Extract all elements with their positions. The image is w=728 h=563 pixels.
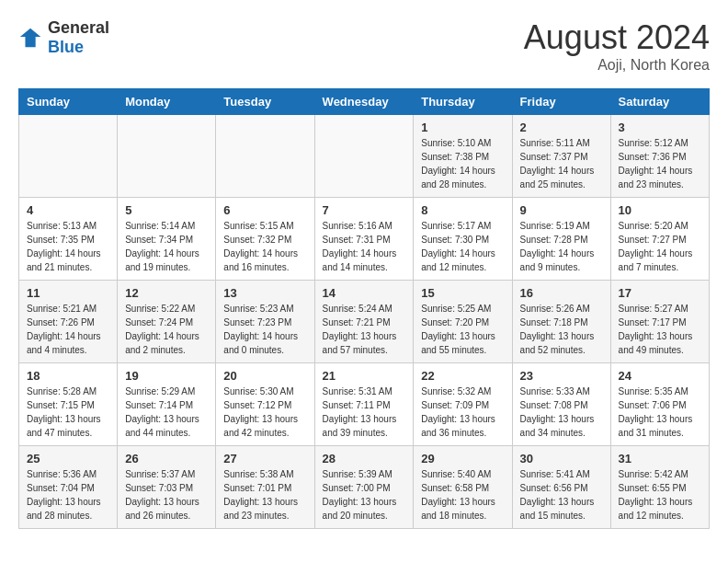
day-number: 1 <box>421 121 504 134</box>
calendar-cell: 16Sunrise: 5:26 AM Sunset: 7:18 PM Dayli… <box>512 281 610 363</box>
day-number: 20 <box>223 369 306 383</box>
day-number: 26 <box>125 452 208 465</box>
page-header: General Blue August 2024 Aoji, North Kor… <box>18 18 710 74</box>
day-number: 23 <box>520 369 603 383</box>
logo-general: General <box>48 18 109 37</box>
day-info: Sunrise: 5:20 AM Sunset: 7:27 PM Dayligh… <box>619 219 701 274</box>
day-info: Sunrise: 5:41 AM Sunset: 6:56 PM Dayligh… <box>520 467 603 523</box>
day-info: Sunrise: 5:38 AM Sunset: 7:01 PM Dayligh… <box>223 467 306 523</box>
day-info: Sunrise: 5:14 AM Sunset: 7:34 PM Dayligh… <box>125 219 208 274</box>
day-info: Sunrise: 5:10 AM Sunset: 7:38 PM Dayligh… <box>421 136 504 191</box>
calendar-week-row: 18Sunrise: 5:28 AM Sunset: 7:15 PM Dayli… <box>19 363 710 446</box>
calendar-table: SundayMondayTuesdayWednesdayThursdayFrid… <box>18 88 710 529</box>
day-number: 14 <box>323 286 406 300</box>
day-number: 3 <box>619 121 701 134</box>
day-number: 19 <box>125 369 208 383</box>
day-number: 24 <box>619 369 701 383</box>
day-info: Sunrise: 5:36 AM Sunset: 7:04 PM Dayligh… <box>27 467 109 523</box>
title-section: August 2024 Aoji, North Korea <box>524 18 710 74</box>
weekday-header-friday: Friday <box>512 89 610 115</box>
calendar-cell: 12Sunrise: 5:22 AM Sunset: 7:24 PM Dayli… <box>118 281 216 363</box>
svg-marker-0 <box>20 29 40 48</box>
calendar-cell: 7Sunrise: 5:16 AM Sunset: 7:31 PM Daylig… <box>314 198 414 281</box>
logo-blue: Blue <box>48 38 84 56</box>
calendar-cell: 23Sunrise: 5:33 AM Sunset: 7:08 PM Dayli… <box>512 363 610 446</box>
logo-icon <box>18 25 44 51</box>
day-info: Sunrise: 5:25 AM Sunset: 7:20 PM Dayligh… <box>421 302 504 357</box>
calendar-cell: 8Sunrise: 5:17 AM Sunset: 7:30 PM Daylig… <box>414 198 512 281</box>
day-number: 2 <box>520 121 603 134</box>
calendar-week-row: 1Sunrise: 5:10 AM Sunset: 7:38 PM Daylig… <box>19 115 710 198</box>
month-year-title: August 2024 <box>524 18 710 57</box>
calendar-cell: 30Sunrise: 5:41 AM Sunset: 6:56 PM Dayli… <box>512 446 610 529</box>
calendar-cell: 28Sunrise: 5:39 AM Sunset: 7:00 PM Dayli… <box>314 446 414 529</box>
day-info: Sunrise: 5:31 AM Sunset: 7:11 PM Dayligh… <box>323 385 406 440</box>
calendar-cell: 29Sunrise: 5:40 AM Sunset: 6:58 PM Dayli… <box>414 446 512 529</box>
day-number: 16 <box>520 286 603 300</box>
day-number: 28 <box>323 452 406 465</box>
calendar-cell: 11Sunrise: 5:21 AM Sunset: 7:26 PM Dayli… <box>19 281 118 363</box>
day-info: Sunrise: 5:28 AM Sunset: 7:15 PM Dayligh… <box>27 385 109 440</box>
calendar-week-row: 4Sunrise: 5:13 AM Sunset: 7:35 PM Daylig… <box>19 198 710 281</box>
day-info: Sunrise: 5:32 AM Sunset: 7:09 PM Dayligh… <box>421 385 504 440</box>
day-info: Sunrise: 5:21 AM Sunset: 7:26 PM Dayligh… <box>27 302 109 357</box>
calendar-cell: 27Sunrise: 5:38 AM Sunset: 7:01 PM Dayli… <box>216 446 314 529</box>
day-info: Sunrise: 5:11 AM Sunset: 7:37 PM Dayligh… <box>520 136 603 191</box>
calendar-cell: 14Sunrise: 5:24 AM Sunset: 7:21 PM Dayli… <box>314 281 414 363</box>
calendar-cell: 24Sunrise: 5:35 AM Sunset: 7:06 PM Dayli… <box>610 363 709 446</box>
calendar-cell: 22Sunrise: 5:32 AM Sunset: 7:09 PM Dayli… <box>414 363 512 446</box>
day-info: Sunrise: 5:35 AM Sunset: 7:06 PM Dayligh… <box>619 385 701 440</box>
day-info: Sunrise: 5:37 AM Sunset: 7:03 PM Dayligh… <box>125 467 208 523</box>
day-number: 15 <box>421 286 504 300</box>
calendar-cell: 21Sunrise: 5:31 AM Sunset: 7:11 PM Dayli… <box>314 363 414 446</box>
weekday-header-tuesday: Tuesday <box>216 89 314 115</box>
calendar-cell: 20Sunrise: 5:30 AM Sunset: 7:12 PM Dayli… <box>216 363 314 446</box>
day-number: 4 <box>27 203 109 217</box>
calendar-cell: 31Sunrise: 5:42 AM Sunset: 6:55 PM Dayli… <box>610 446 709 529</box>
calendar-cell: 13Sunrise: 5:23 AM Sunset: 7:23 PM Dayli… <box>216 281 314 363</box>
day-number: 12 <box>125 286 208 300</box>
day-info: Sunrise: 5:40 AM Sunset: 6:58 PM Dayligh… <box>421 467 504 523</box>
calendar-cell: 17Sunrise: 5:27 AM Sunset: 7:17 PM Dayli… <box>610 281 709 363</box>
calendar-cell: 4Sunrise: 5:13 AM Sunset: 7:35 PM Daylig… <box>19 198 118 281</box>
day-info: Sunrise: 5:42 AM Sunset: 6:55 PM Dayligh… <box>619 467 701 523</box>
calendar-cell: 18Sunrise: 5:28 AM Sunset: 7:15 PM Dayli… <box>19 363 118 446</box>
day-info: Sunrise: 5:16 AM Sunset: 7:31 PM Dayligh… <box>323 219 406 274</box>
day-number: 25 <box>27 452 109 465</box>
calendar-cell <box>118 115 216 198</box>
weekday-header-sunday: Sunday <box>19 89 118 115</box>
calendar-cell: 5Sunrise: 5:14 AM Sunset: 7:34 PM Daylig… <box>118 198 216 281</box>
day-number: 13 <box>223 286 306 300</box>
day-number: 21 <box>323 369 406 383</box>
day-number: 27 <box>223 452 306 465</box>
location-subtitle: Aoji, North Korea <box>524 57 710 74</box>
day-info: Sunrise: 5:23 AM Sunset: 7:23 PM Dayligh… <box>223 302 306 357</box>
day-info: Sunrise: 5:30 AM Sunset: 7:12 PM Dayligh… <box>223 385 306 440</box>
weekday-header-monday: Monday <box>118 89 216 115</box>
day-number: 30 <box>520 452 603 465</box>
day-number: 10 <box>619 203 701 217</box>
day-info: Sunrise: 5:24 AM Sunset: 7:21 PM Dayligh… <box>323 302 406 357</box>
calendar-week-row: 11Sunrise: 5:21 AM Sunset: 7:26 PM Dayli… <box>19 281 710 363</box>
day-info: Sunrise: 5:13 AM Sunset: 7:35 PM Dayligh… <box>27 219 109 274</box>
calendar-cell: 25Sunrise: 5:36 AM Sunset: 7:04 PM Dayli… <box>19 446 118 529</box>
calendar-cell: 1Sunrise: 5:10 AM Sunset: 7:38 PM Daylig… <box>414 115 512 198</box>
calendar-cell <box>216 115 314 198</box>
calendar-cell: 6Sunrise: 5:15 AM Sunset: 7:32 PM Daylig… <box>216 198 314 281</box>
calendar-cell: 10Sunrise: 5:20 AM Sunset: 7:27 PM Dayli… <box>610 198 709 281</box>
day-number: 17 <box>619 286 701 300</box>
day-number: 5 <box>125 203 208 217</box>
calendar-cell: 3Sunrise: 5:12 AM Sunset: 7:36 PM Daylig… <box>610 115 709 198</box>
day-info: Sunrise: 5:12 AM Sunset: 7:36 PM Dayligh… <box>619 136 701 191</box>
day-info: Sunrise: 5:17 AM Sunset: 7:30 PM Dayligh… <box>421 219 504 274</box>
day-info: Sunrise: 5:26 AM Sunset: 7:18 PM Dayligh… <box>520 302 603 357</box>
calendar-cell <box>314 115 414 198</box>
logo: General Blue <box>18 18 109 57</box>
day-info: Sunrise: 5:15 AM Sunset: 7:32 PM Dayligh… <box>223 219 306 274</box>
weekday-header-thursday: Thursday <box>414 89 512 115</box>
day-info: Sunrise: 5:39 AM Sunset: 7:00 PM Dayligh… <box>323 467 406 523</box>
day-number: 7 <box>323 203 406 217</box>
logo-text: General Blue <box>48 18 109 57</box>
calendar-cell: 19Sunrise: 5:29 AM Sunset: 7:14 PM Dayli… <box>118 363 216 446</box>
day-number: 8 <box>421 203 504 217</box>
